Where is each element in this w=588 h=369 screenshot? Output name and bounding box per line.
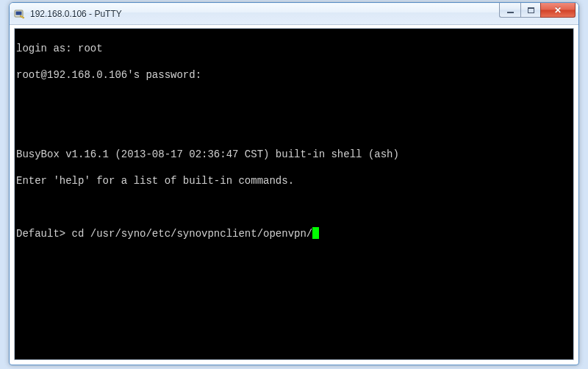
terminal-line xyxy=(16,121,572,135)
terminal-line: root@192.168.0.106's password: xyxy=(16,68,572,82)
terminal[interactable]: login as: root root@192.168.0.106's pass… xyxy=(15,29,573,359)
window-title: 192.168.0.106 - PuTTY xyxy=(30,9,122,19)
close-button[interactable]: ✕ xyxy=(540,3,576,18)
maximize-icon xyxy=(528,7,534,13)
terminal-line: BusyBox v1.16.1 (2013-08-17 02:36:47 CST… xyxy=(16,148,572,161)
window-controls: ✕ xyxy=(499,3,576,18)
maximize-button[interactable] xyxy=(520,3,540,18)
terminal-frame: login as: root root@192.168.0.106's pass… xyxy=(14,28,574,360)
svg-rect-1 xyxy=(16,11,22,15)
close-icon: ✕ xyxy=(554,5,562,15)
minimize-icon xyxy=(507,12,514,13)
terminal-line: Enter 'help' for a list of built-in comm… xyxy=(16,174,572,187)
cursor xyxy=(312,227,319,239)
terminal-line xyxy=(16,201,572,214)
putty-window: 192.168.0.106 - PuTTY ✕ login as: root r… xyxy=(9,2,579,365)
terminal-line: login as: root xyxy=(16,42,572,55)
terminal-prompt-line: Default> cd /usr/syno/etc/synovpnclient/… xyxy=(16,227,572,240)
terminal-line xyxy=(16,95,572,108)
titlebar[interactable]: 192.168.0.106 - PuTTY ✕ xyxy=(10,3,578,25)
prompt-text: Default> cd /usr/syno/etc/synovpnclient/… xyxy=(16,228,312,240)
putty-icon xyxy=(14,8,26,20)
minimize-button[interactable] xyxy=(499,3,520,18)
